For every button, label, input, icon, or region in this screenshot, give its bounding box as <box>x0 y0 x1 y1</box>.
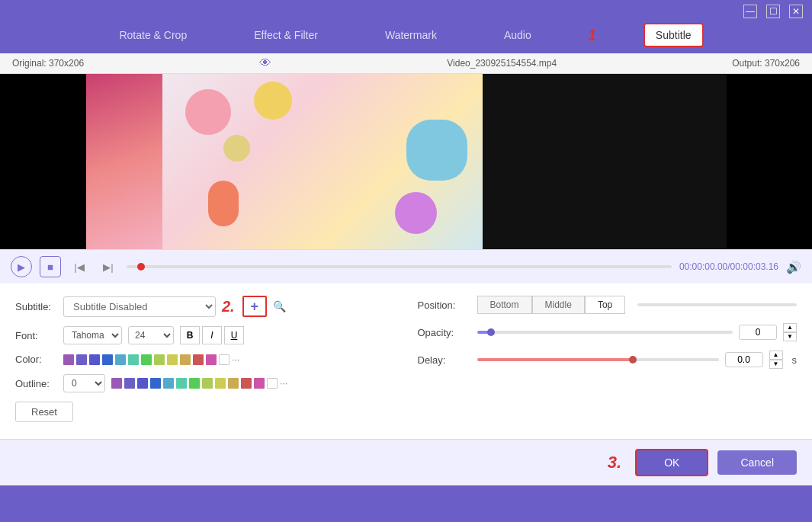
shape-3 <box>406 120 467 181</box>
color-swatch[interactable] <box>154 354 165 365</box>
opacity-label: Opacity: <box>418 327 471 338</box>
next-button[interactable]: ▶| <box>98 256 119 277</box>
color-swatch[interactable] <box>193 354 204 365</box>
outline-swatch[interactable] <box>215 378 226 389</box>
outline-swatch[interactable] <box>228 378 239 389</box>
position-slider[interactable] <box>637 303 797 306</box>
right-controls: Position: Bottom Middle Top Opacity: ▲ ▼… <box>418 296 798 431</box>
stop-button[interactable]: ■ <box>40 256 61 277</box>
format-buttons: B I U <box>180 326 244 344</box>
title-bar: — ☐ ✕ <box>0 0 812 23</box>
delay-input[interactable] <box>725 352 763 367</box>
step3-badge: 3. <box>608 453 621 472</box>
subtitle-row: Subtitle: Subtitle Disabled 2. + 🔍 <box>15 296 395 317</box>
bottom-bar: 3. OK Cancel <box>0 439 812 485</box>
maximize-button[interactable]: ☐ <box>766 5 780 18</box>
eye-icon[interactable]: 👁 <box>259 56 271 70</box>
filename: Video_230925154554.mp4 <box>447 58 557 69</box>
opacity-row: Opacity: ▲ ▼ <box>418 323 798 341</box>
shape-4 <box>208 181 239 226</box>
color-label: Color: <box>15 354 57 365</box>
opacity-up-button[interactable]: ▲ <box>783 323 797 332</box>
nav-tabs: Rotate & Crop Effect & Filter Watermark … <box>0 23 812 53</box>
color-swatch[interactable] <box>219 354 229 365</box>
volume-icon[interactable]: 🔊 <box>786 260 801 274</box>
outline-swatch[interactable] <box>150 378 161 389</box>
outline-swatch[interactable] <box>176 378 187 389</box>
original-size: Original: 370x206 <box>12 58 84 69</box>
color-swatch[interactable] <box>180 354 191 365</box>
controls-panel: Subtitle: Subtitle Disabled 2. + 🔍 Font:… <box>0 283 812 439</box>
shape-5 <box>395 192 437 234</box>
color-swatch[interactable] <box>167 354 178 365</box>
outline-row: Outline: 0 ··· <box>15 374 395 392</box>
color-swatch[interactable] <box>206 354 217 365</box>
video-left-panel <box>86 74 162 249</box>
opacity-slider[interactable] <box>477 331 733 334</box>
outline-swatch[interactable] <box>202 378 213 389</box>
outline-swatch[interactable] <box>267 378 278 389</box>
subtitle-label: Subtitle: <box>15 301 57 312</box>
delay-down-button[interactable]: ▼ <box>769 360 783 369</box>
subtitle-select[interactable]: Subtitle Disabled <box>63 296 216 317</box>
outline-label: Outline: <box>15 378 57 389</box>
position-buttons: Bottom Middle Top <box>477 296 626 314</box>
color-swatch[interactable] <box>63 354 74 365</box>
font-select[interactable]: Tahoma <box>63 326 122 344</box>
color-swatches: ··· <box>63 354 239 365</box>
shape-2 <box>254 82 292 120</box>
position-middle-button[interactable]: Middle <box>532 296 585 314</box>
bold-button[interactable]: B <box>180 326 200 344</box>
more-outline-colors-button[interactable]: ··· <box>280 378 287 389</box>
color-swatch[interactable] <box>76 354 87 365</box>
opacity-spin-buttons: ▲ ▼ <box>783 323 797 341</box>
position-top-button[interactable]: Top <box>585 296 625 314</box>
progress-dot <box>137 263 145 271</box>
tab-effect[interactable]: Effect & Filter <box>243 24 329 46</box>
prev-button[interactable]: |◀ <box>69 256 90 277</box>
font-row: Font: Tahoma 24 B I U <box>15 326 395 344</box>
tab-audio[interactable]: Audio <box>493 24 542 46</box>
position-bottom-button[interactable]: Bottom <box>477 296 532 314</box>
outline-swatch[interactable] <box>111 378 122 389</box>
color-swatch[interactable] <box>128 354 139 365</box>
search-icon[interactable]: 🔍 <box>273 300 286 312</box>
outline-swatch[interactable] <box>241 378 252 389</box>
outline-select[interactable]: 0 <box>63 374 105 392</box>
close-button[interactable]: ✕ <box>789 5 803 18</box>
add-subtitle-button[interactable]: + <box>242 296 267 317</box>
outline-swatch[interactable] <box>137 378 148 389</box>
step1-badge: 1 <box>588 27 596 44</box>
minimize-button[interactable]: — <box>743 5 757 18</box>
opacity-input[interactable] <box>739 325 777 340</box>
playback-bar: ▶ ■ |◀ ▶| 00:00:00.00/00:00:03.16 🔊 <box>0 249 812 283</box>
delay-slider[interactable] <box>477 358 719 361</box>
size-select[interactable]: 24 <box>128 326 174 344</box>
outline-swatches: ··· <box>111 378 287 389</box>
tab-rotate[interactable]: Rotate & Crop <box>108 24 197 46</box>
position-label: Position: <box>418 299 471 311</box>
outline-swatch[interactable] <box>189 378 200 389</box>
outline-swatch[interactable] <box>254 378 265 389</box>
italic-button[interactable]: I <box>202 326 222 344</box>
play-button[interactable]: ▶ <box>11 256 32 277</box>
color-swatch[interactable] <box>102 354 113 365</box>
tab-subtitle[interactable]: Subtitle <box>644 23 704 47</box>
color-swatch[interactable] <box>89 354 100 365</box>
underline-button[interactable]: U <box>224 326 244 344</box>
reset-row: Reset <box>15 402 395 422</box>
progress-track[interactable] <box>127 265 672 268</box>
more-colors-button[interactable]: ··· <box>232 354 239 365</box>
outline-swatch[interactable] <box>163 378 174 389</box>
font-label: Font: <box>15 330 57 341</box>
ok-button[interactable]: OK <box>635 449 708 476</box>
outline-swatch[interactable] <box>124 378 135 389</box>
opacity-dot <box>487 328 495 336</box>
color-swatch[interactable] <box>115 354 126 365</box>
tab-watermark[interactable]: Watermark <box>374 24 448 46</box>
opacity-down-button[interactable]: ▼ <box>783 332 797 341</box>
reset-button[interactable]: Reset <box>15 402 73 422</box>
cancel-button[interactable]: Cancel <box>717 450 797 475</box>
color-swatch[interactable] <box>141 354 152 365</box>
delay-up-button[interactable]: ▲ <box>769 351 783 360</box>
